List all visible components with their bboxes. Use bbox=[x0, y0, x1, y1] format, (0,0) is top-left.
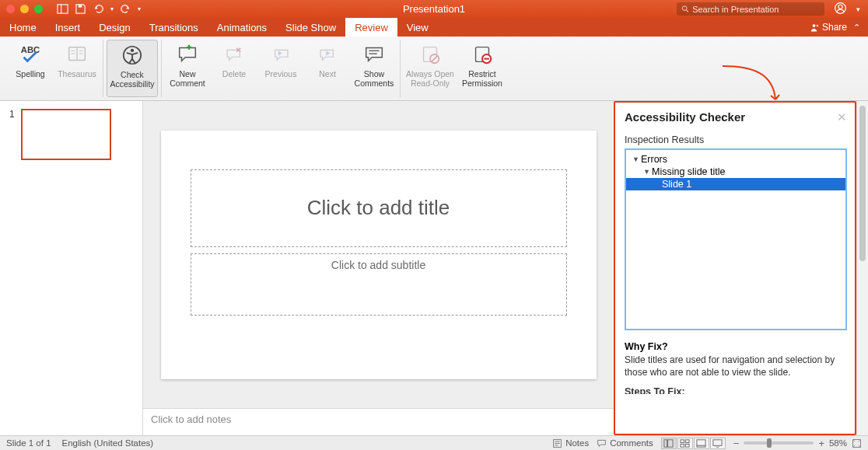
tab-review[interactable]: Review bbox=[345, 18, 397, 37]
why-fix-heading: Why Fix? bbox=[625, 341, 847, 352]
title-placeholder-text: Click to add title bbox=[307, 196, 450, 220]
account-dropdown-icon[interactable]: ▾ bbox=[856, 5, 860, 13]
workspace: 1 Click to add title Click to add subtit… bbox=[0, 101, 868, 435]
undo-dropdown-icon[interactable]: ▾ bbox=[110, 5, 114, 12]
thesaurus-label: Thesaurus bbox=[58, 69, 96, 78]
zoom-in-button[interactable]: + bbox=[818, 438, 824, 449]
tree-node-slide-1-label: Slide 1 bbox=[662, 179, 691, 190]
tab-animations[interactable]: Animations bbox=[208, 18, 276, 37]
zoom-out-button[interactable]: − bbox=[733, 438, 740, 449]
tab-home[interactable]: Home bbox=[0, 18, 46, 37]
save-icon[interactable] bbox=[75, 3, 86, 15]
tab-view[interactable]: View bbox=[397, 18, 438, 37]
status-bar: Slide 1 of 1 English (United States) Not… bbox=[0, 435, 868, 450]
window-zoom-icon[interactable] bbox=[34, 5, 43, 13]
account-icon[interactable] bbox=[834, 2, 847, 17]
undo-icon[interactable] bbox=[93, 3, 104, 15]
search-input[interactable] bbox=[692, 5, 820, 14]
window-close-icon[interactable] bbox=[6, 5, 15, 13]
always-open-read-only-button[interactable]: Always Open Read-Only bbox=[404, 40, 457, 97]
svg-point-7 bbox=[813, 24, 816, 27]
fit-to-window-icon[interactable] bbox=[852, 438, 862, 448]
tree-node-missing-title[interactable]: ▼ Missing slide title bbox=[626, 166, 845, 178]
qat-dropdown-icon[interactable]: ▾ bbox=[138, 5, 141, 12]
slide-thumbnail-panel[interactable]: 1 bbox=[0, 101, 143, 435]
tab-design[interactable]: Design bbox=[89, 18, 139, 37]
view-sorter-button[interactable] bbox=[677, 438, 693, 449]
tree-node-errors[interactable]: ▼ Errors bbox=[626, 153, 845, 166]
previous-comment-label: Previous bbox=[265, 69, 297, 78]
zoom-percent[interactable]: 58% bbox=[829, 438, 847, 448]
slide[interactable]: Click to add title Click to add subtitle bbox=[161, 131, 597, 379]
tree-node-errors-label: Errors bbox=[641, 154, 667, 165]
thesaurus-button[interactable]: Thesaurus bbox=[54, 40, 100, 97]
ribbon-group-protect: Always Open Read-Only Restrict Permissio… bbox=[401, 40, 509, 97]
ribbon: ABC Spelling Thesaurus Check Accessibili… bbox=[0, 37, 868, 101]
notes-icon bbox=[552, 438, 562, 448]
window-layout-icon[interactable] bbox=[57, 3, 68, 15]
inspection-results-tree[interactable]: ▼ Errors ▼ Missing slide title Slide 1 bbox=[625, 148, 847, 330]
svg-rect-33 bbox=[681, 444, 684, 447]
ribbon-tabs: Home Insert Design Transitions Animation… bbox=[0, 18, 868, 37]
show-comments-button[interactable]: Show Comments bbox=[352, 40, 397, 97]
subtitle-placeholder-text: Click to add subtitle bbox=[331, 259, 425, 271]
svg-point-3 bbox=[682, 6, 687, 11]
disclosure-triangle-icon[interactable]: ▼ bbox=[643, 168, 650, 176]
next-comment-button[interactable]: Next bbox=[305, 40, 350, 97]
share-icon bbox=[809, 23, 819, 33]
svg-rect-30 bbox=[668, 439, 674, 446]
accessibility-checker-pane: Accessibility Checker ✕ Inspection Resul… bbox=[614, 101, 856, 435]
ribbon-collapse-icon[interactable]: ⌃ bbox=[853, 23, 860, 33]
ribbon-group-proofing: ABC Spelling Thesaurus bbox=[5, 40, 103, 97]
share-button[interactable]: Share bbox=[809, 22, 847, 33]
title-placeholder[interactable]: Click to add title bbox=[191, 169, 567, 247]
why-fix-body: Slide titles are used for navigation and… bbox=[625, 354, 847, 378]
disclosure-triangle-icon[interactable]: ▼ bbox=[632, 155, 639, 163]
view-normal-button[interactable] bbox=[661, 438, 677, 449]
slide-thumbnail-image[interactable] bbox=[21, 109, 111, 160]
tree-node-slide-1[interactable]: Slide 1 bbox=[626, 178, 845, 190]
tab-slide-show[interactable]: Slide Show bbox=[276, 18, 345, 37]
steps-to-fix-heading: Steps To Fix: bbox=[625, 386, 847, 394]
status-notes-button[interactable]: Notes bbox=[552, 438, 589, 448]
always-open-read-only-label: Always Open Read-Only bbox=[406, 69, 454, 88]
new-comment-button[interactable]: New Comment bbox=[165, 40, 210, 97]
previous-comment-button[interactable]: Previous bbox=[258, 40, 303, 97]
svg-line-4 bbox=[686, 10, 688, 12]
delete-comment-button[interactable]: Delete bbox=[212, 40, 257, 97]
scrollbar-thumb[interactable] bbox=[859, 106, 866, 261]
accessibility-pane-close-icon[interactable]: ✕ bbox=[837, 110, 847, 124]
why-fix-section: Why Fix? Slide titles are used for navig… bbox=[625, 341, 847, 378]
search-box[interactable] bbox=[677, 2, 824, 16]
svg-rect-31 bbox=[681, 439, 684, 442]
search-icon bbox=[681, 5, 689, 13]
svg-rect-29 bbox=[664, 439, 667, 446]
title-bar: ▾ ▾ Presentation1 ▾ bbox=[0, 0, 868, 18]
spelling-button[interactable]: ABC Spelling bbox=[8, 40, 53, 97]
notes-placeholder-text: Click to add notes bbox=[151, 413, 231, 425]
slide-canvas[interactable]: Click to add title Click to add subtitle bbox=[143, 101, 614, 408]
delete-comment-label: Delete bbox=[222, 69, 246, 78]
svg-rect-37 bbox=[713, 439, 722, 445]
tab-insert[interactable]: Insert bbox=[46, 18, 90, 37]
check-accessibility-button[interactable]: Check Accessibility bbox=[107, 40, 158, 97]
status-language[interactable]: English (United States) bbox=[62, 438, 154, 448]
svg-rect-34 bbox=[686, 444, 690, 447]
zoom-slider[interactable] bbox=[744, 441, 814, 445]
zoom-slider-thumb[interactable] bbox=[767, 438, 772, 448]
redo-icon[interactable] bbox=[120, 3, 131, 15]
window-minimize-icon[interactable] bbox=[20, 5, 29, 13]
notes-pane[interactable]: Click to add notes bbox=[143, 408, 614, 435]
ribbon-group-comments: New Comment Delete Previous Next Show Co… bbox=[162, 40, 401, 97]
vertical-scrollbar[interactable] bbox=[856, 101, 868, 435]
subtitle-placeholder[interactable]: Click to add subtitle bbox=[191, 253, 567, 316]
slide-thumbnail-1[interactable]: 1 bbox=[9, 109, 133, 160]
restrict-permission-button[interactable]: Restrict Permission bbox=[458, 40, 506, 97]
tab-transitions[interactable]: Transitions bbox=[140, 18, 208, 37]
new-comment-label: New Comment bbox=[170, 69, 205, 88]
view-slideshow-button[interactable] bbox=[710, 438, 726, 449]
view-reading-button[interactable] bbox=[694, 438, 709, 449]
svg-point-6 bbox=[838, 5, 842, 9]
status-comments-button[interactable]: Comments bbox=[597, 438, 653, 448]
svg-rect-0 bbox=[58, 5, 68, 13]
